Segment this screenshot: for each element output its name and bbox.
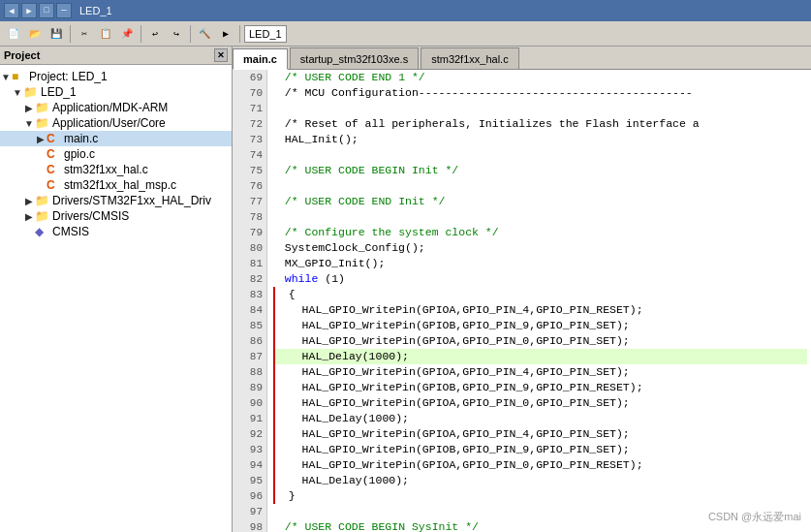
tree-item-cmsis[interactable]: ◆ CMSIS (0, 224, 232, 239)
tab-main-c[interactable]: main.c (233, 48, 288, 70)
line-number: 76 (236, 178, 263, 194)
toolbar-save-btn[interactable]: 💾 (47, 24, 66, 44)
tb-icon-1[interactable]: ◀ (4, 3, 19, 18)
code-line[interactable]: /* Reset of all peripherals, Initializes… (271, 116, 807, 132)
watermark: CSDN @永远爱mai (708, 510, 801, 524)
tab-label: startup_stm32f103xe.s (300, 53, 408, 65)
code-line[interactable]: HAL_GPIO_WritePin(GPIOB,GPIO_PIN_9,GPIO_… (273, 380, 807, 395)
toolbar-debug-btn[interactable]: ▶ (216, 24, 235, 44)
tb-icon-3[interactable]: □ (39, 3, 54, 18)
code-line[interactable]: HAL_GPIO_WritePin(GPIOA,GPIO_PIN_4,GPIO_… (273, 364, 807, 380)
toolbar-cut-btn[interactable]: ✂ (75, 24, 94, 44)
line-number: 97 (236, 504, 263, 519)
tree-item-app-user[interactable]: ▼ 📁 Application/User/Core (0, 115, 232, 131)
code-line[interactable]: HAL_Init(); (271, 132, 807, 147)
folder-icon: 📁 (35, 101, 50, 114)
tree-item-stm32-msp[interactable]: C stm32f1xx_hal_msp.c (0, 177, 232, 193)
code-line[interactable]: HAL_Delay(1000); (273, 349, 807, 364)
tab-hal[interactable]: stm32f1xx_hal.c (421, 47, 518, 69)
code-line[interactable]: /* USER CODE BEGIN Init */ (271, 163, 807, 178)
code-line[interactable]: HAL_GPIO_WritePin(GPIOA,GPIO_PIN_4,GPIO_… (273, 426, 807, 442)
tree-label: Project: LED_1 (29, 70, 108, 83)
line-code-text: /* USER CODE BEGIN SysInit */ (271, 519, 479, 532)
tree-item-led1[interactable]: ▼ 📁 LED_1 (0, 84, 232, 100)
code-line[interactable]: HAL_GPIO_WritePin(GPIOB,GPIO_PIN_9,GPIO_… (273, 442, 807, 457)
toolbar-paste-btn[interactable]: 📌 (117, 24, 137, 44)
code-line[interactable]: HAL_Delay(1000); (273, 411, 807, 426)
code-line[interactable] (271, 209, 807, 225)
line-number: 96 (236, 488, 263, 504)
toolbar-new-btn[interactable]: 📄 (4, 24, 23, 44)
tb-icon-4[interactable]: ─ (56, 3, 72, 18)
folder-icon: 📁 (23, 85, 39, 99)
code-line[interactable] (271, 101, 807, 116)
line-code-text (271, 504, 278, 519)
title-bar-title: LED_1 (79, 5, 112, 16)
code-line[interactable]: { (273, 287, 807, 302)
tree-item-drv-cmsis[interactable]: ▶ 📁 Drivers/CMSIS (0, 208, 232, 224)
line-number: 71 (236, 101, 263, 116)
toolbar-build-btn[interactable]: 🔨 (195, 24, 214, 44)
tree-item-stm32-hal[interactable]: C stm32f1xx_hal.c (0, 162, 232, 177)
code-line[interactable]: HAL_GPIO_WritePin(GPIOA,GPIO_PIN_0,GPIO_… (273, 457, 807, 473)
code-line[interactable]: HAL_GPIO_WritePin(GPIOA,GPIO_PIN_0,GPIO_… (273, 395, 807, 411)
expand-icon[interactable]: ▶ (23, 211, 35, 222)
line-number: 89 (236, 380, 263, 395)
line-code-text: HAL_GPIO_WritePin(GPIOB,GPIO_PIN_9,GPIO_… (275, 318, 630, 333)
code-line[interactable]: /* Configure the system clock */ (271, 225, 807, 240)
code-line[interactable]: /* USER CODE END 1 */ (271, 70, 807, 85)
tree-item-project-root[interactable]: ▼ ■ Project: LED_1 (0, 69, 232, 84)
line-number: 74 (236, 147, 263, 163)
code-line[interactable] (271, 147, 807, 163)
file-icon: C (47, 147, 62, 161)
toolbar-open-btn[interactable]: 📂 (25, 24, 45, 44)
toolbar-copy-btn[interactable]: 📋 (96, 24, 115, 44)
toolbar-sep-2 (140, 25, 141, 43)
line-code-text: HAL_Delay(1000); (275, 411, 409, 426)
line-code-text: HAL_GPIO_WritePin(GPIOA,GPIO_PIN_0,GPIO_… (275, 395, 630, 411)
code-line[interactable]: HAL_GPIO_WritePin(GPIOB,GPIO_PIN_9,GPIO_… (273, 318, 807, 333)
code-line[interactable]: while (1) (271, 271, 807, 287)
code-line[interactable]: SystemClock_Config(); (271, 240, 807, 256)
panel-close-btn[interactable]: ✕ (214, 48, 228, 62)
line-code-text: /* USER CODE END Init */ (271, 194, 445, 209)
tb-icon-2[interactable]: ▶ (21, 3, 37, 18)
code-line[interactable]: HAL_GPIO_WritePin(GPIOA,GPIO_PIN_4,GPIO_… (273, 302, 807, 318)
line-code-text: /* MCU Configuration--------------------… (271, 85, 693, 101)
expand-icon[interactable]: ▼ (23, 118, 35, 129)
tree-label: stm32f1xx_hal.c (64, 163, 148, 176)
line-code-text: /* USER CODE BEGIN Init */ (271, 163, 458, 178)
tree-item-drv-hal[interactable]: ▶ 📁 Drivers/STM32F1xx_HAL_Driv (0, 193, 232, 208)
code-content[interactable]: /* USER CODE END 1 */ /* MCU Configurati… (267, 70, 811, 532)
expand-icon[interactable]: ▶ (23, 196, 35, 206)
toolbar-redo-btn[interactable]: ↪ (167, 24, 186, 44)
code-line[interactable] (271, 178, 807, 194)
line-code-text: HAL_GPIO_WritePin(GPIOB,GPIO_PIN_9,GPIO_… (275, 442, 630, 457)
code-line[interactable]: /* USER CODE END Init */ (271, 194, 807, 209)
expand-icon[interactable]: ▶ (23, 103, 35, 113)
line-number: 77 (236, 194, 263, 209)
line-code-text: HAL_Delay(1000); (275, 473, 409, 488)
code-line[interactable]: MX_GPIO_Init(); (271, 256, 807, 271)
tree-item-main-c[interactable]: ▶ C main.c (0, 131, 232, 146)
expand-icon[interactable]: ▼ (12, 87, 23, 98)
code-line[interactable]: HAL_GPIO_WritePin(GPIOA,GPIO_PIN_0,GPIO_… (273, 333, 807, 349)
code-line[interactable]: HAL_Delay(1000); (273, 473, 807, 488)
tree-item-gpio-c[interactable]: C gpio.c (0, 146, 232, 162)
toolbar-undo-btn[interactable]: ↩ (145, 24, 165, 44)
line-code-text: { (275, 287, 296, 302)
tab-startup[interactable]: startup_stm32f103xe.s (290, 47, 419, 69)
expand-icon[interactable]: ▼ (0, 72, 12, 82)
code-line[interactable]: /* MCU Configuration--------------------… (271, 85, 807, 101)
tab-label: main.c (243, 53, 277, 65)
code-line[interactable]: } (273, 488, 807, 504)
line-number: 95 (236, 473, 263, 488)
line-number: 82 (236, 271, 263, 287)
toolbar-led-label: LED_1 (244, 25, 287, 43)
tree-item-app-mdk[interactable]: ▶ 📁 Application/MDK-ARM (0, 100, 232, 115)
line-code-text: /* Configure the system clock */ (271, 225, 499, 240)
expand-icon[interactable]: ▶ (35, 134, 47, 144)
code-editor[interactable]: 6970717273747576777879808182838485868788… (233, 70, 811, 532)
tab-label: stm32f1xx_hal.c (431, 53, 508, 65)
title-bar-icons: ◀ ▶ □ ─ (4, 3, 72, 18)
